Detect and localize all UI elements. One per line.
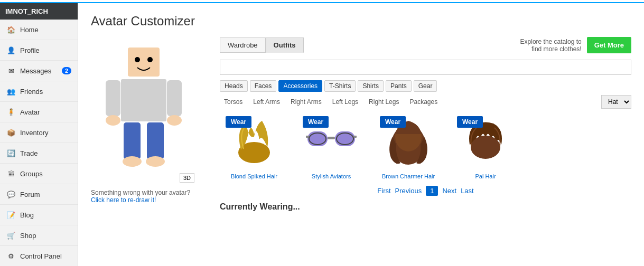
tab-outfits[interactable]: Outfits — [266, 37, 304, 53]
sidebar-item-forum[interactable]: 💬 Forum — [0, 184, 78, 205]
main-layout: IMNOT_RICH 🏠 Home 👤 Profile ✉ Messages 2… — [0, 3, 644, 266]
sub-torsos[interactable]: Torsos — [220, 97, 247, 107]
item-img-brown-charmer: Wear — [377, 113, 440, 171]
svg-rect-8 — [124, 122, 141, 159]
pagination-next[interactable]: Next — [442, 187, 456, 195]
svg-point-7 — [167, 115, 182, 126]
arrows-icon: 🔄 — [6, 148, 16, 158]
item-img-blond-spiked: Wear — [222, 113, 286, 171]
sub-nav: Torsos Left Arms Right Arms Left Legs Ri… — [220, 95, 631, 109]
svg-point-6 — [106, 115, 120, 126]
svg-point-11 — [146, 156, 165, 167]
sub-right-legs[interactable]: Right Legs — [365, 97, 403, 107]
svg-point-22 — [471, 136, 500, 159]
svg-rect-9 — [147, 122, 164, 159]
search-input[interactable] — [220, 60, 631, 75]
svg-rect-5 — [167, 80, 182, 116]
svg-rect-3 — [121, 79, 166, 121]
wear-btn-stylish-aviators[interactable]: Wear — [303, 116, 329, 128]
sidebar-label-inventory: Inventory — [20, 129, 48, 137]
svg-rect-17 — [353, 136, 357, 138]
sidebar-nav: 🏠 Home 👤 Profile ✉ Messages 2 👥 Friends … — [0, 20, 78, 266]
sidebar-item-trade[interactable]: 🔄 Trade — [0, 143, 78, 164]
box-icon: 📦 — [6, 128, 16, 137]
cat-pants[interactable]: Pants — [386, 80, 412, 92]
cat-faces[interactable]: Faces — [250, 80, 277, 92]
sidebar-item-profile[interactable]: 👤 Profile — [0, 40, 78, 61]
svg-rect-13 — [307, 131, 328, 146]
sidebar-label-shop: Shop — [20, 232, 36, 240]
sidebar-label-forum: Forum — [20, 191, 40, 198]
cat-tshirts[interactable]: T-Shirts — [324, 80, 356, 92]
item-stylish-aviators: Wear Stylish Aviators — [297, 113, 366, 179]
sidebar-item-blog[interactable]: 📝 Blog — [0, 205, 78, 225]
pagination: First Previous 1 Next Last — [220, 186, 631, 196]
sidebar-username: IMNOT_RICH — [0, 3, 78, 20]
content-row: 3D Something wrong with your avatar? Cli… — [91, 37, 631, 212]
avatar-note: Something wrong with your avatar? Click … — [91, 189, 207, 204]
wardrobe-panel: Wardrobe Outfits Explore the catalog tof… — [220, 37, 631, 212]
blog-icon: 📝 — [6, 210, 16, 220]
sidebar-label-groups: Groups — [20, 170, 43, 178]
sub-left-legs[interactable]: Left Legs — [328, 97, 362, 107]
sub-right-arms[interactable]: Right Arms — [286, 97, 326, 107]
sidebar-item-groups[interactable]: 🏛 Groups — [0, 164, 78, 184]
category-nav: Heads Faces Accessories T-Shirts Shirts … — [220, 80, 631, 92]
cat-gear[interactable]: Gear — [414, 80, 437, 92]
cart-icon: 🛒 — [6, 231, 16, 240]
sub-left-arms[interactable]: Left Arms — [249, 97, 284, 107]
item-name-stylish-aviators[interactable]: Stylish Aviators — [312, 173, 351, 179]
redraw-link[interactable]: Click here to re-draw it! — [91, 196, 156, 204]
sidebar-item-control-panel[interactable]: ⚙ Control Panel — [0, 246, 78, 266]
page-title: Avatar Customizer — [91, 14, 631, 28]
pagination-last[interactable]: Last — [461, 187, 474, 195]
hat-dropdown[interactable]: Hat — [601, 95, 631, 109]
avatar-panel: 3D Something wrong with your avatar? Cli… — [91, 37, 207, 212]
sidebar-label-home: Home — [20, 26, 39, 34]
sidebar-label-avatar: Avatar — [20, 108, 40, 116]
item-name-blond-spiked[interactable]: Blond Spiked Hair — [231, 173, 277, 179]
sidebar-label-friends: Friends — [20, 88, 43, 96]
cat-accessories[interactable]: Accessories — [278, 80, 322, 92]
sidebar-label-blog: Blog — [20, 211, 34, 219]
sidebar-item-friends[interactable]: 👥 Friends — [0, 81, 78, 102]
item-name-brown-charmer[interactable]: Brown Charmer Hair — [382, 173, 435, 179]
svg-rect-0 — [128, 48, 160, 77]
sidebar-label-profile: Profile — [20, 46, 40, 54]
item-img-pal-hair: Wear — [454, 113, 517, 171]
3d-button[interactable]: 3D — [180, 173, 194, 183]
avatar-svg — [96, 42, 191, 179]
svg-rect-15 — [328, 137, 335, 139]
speech-icon: 💬 — [6, 189, 16, 199]
sidebar-item-messages[interactable]: ✉ Messages 2 — [0, 61, 78, 81]
sidebar: IMNOT_RICH 🏠 Home 👤 Profile ✉ Messages 2… — [0, 3, 78, 266]
svg-point-1 — [135, 57, 140, 62]
sidebar-item-home[interactable]: 🏠 Home — [0, 20, 78, 40]
wardrobe-tabs: Wardrobe Outfits Explore the catalog tof… — [220, 37, 631, 53]
person-icon: 👤 — [6, 45, 16, 55]
item-pal-hair: Wear Pal Hair — [451, 113, 520, 179]
people-icon: 👥 — [6, 87, 16, 96]
pagination-previous[interactable]: Previous — [395, 187, 422, 195]
cat-heads[interactable]: Heads — [220, 80, 248, 92]
wear-btn-pal-hair[interactable]: Wear — [457, 116, 483, 128]
sidebar-item-avatar[interactable]: 🧍 Avatar — [0, 102, 78, 122]
tab-wardrobe[interactable]: Wardrobe — [220, 37, 266, 53]
wear-btn-brown-charmer[interactable]: Wear — [380, 116, 406, 128]
wear-btn-blond-spiked[interactable]: Wear — [226, 116, 251, 128]
sub-packages[interactable]: Packages — [405, 97, 442, 107]
pagination-first[interactable]: First — [377, 187, 390, 195]
item-name-pal-hair[interactable]: Pal Hair — [475, 173, 496, 179]
home-icon: 🏠 — [6, 25, 16, 34]
sidebar-item-inventory[interactable]: 📦 Inventory — [0, 122, 78, 143]
group-icon: 🏛 — [6, 169, 16, 178]
cat-shirts[interactable]: Shirts — [358, 80, 384, 92]
sidebar-item-shop[interactable]: 🛒 Shop — [0, 225, 78, 246]
catalog-text: Explore the catalog tofind more clothes! — [520, 38, 582, 53]
gear-icon: ⚙ — [6, 251, 16, 261]
get-more-button[interactable]: Get More — [587, 37, 631, 53]
svg-rect-4 — [106, 80, 120, 116]
sidebar-label-control-panel: Control Panel — [20, 252, 62, 260]
items-grid: Wear Blond Spiked Hair Wear — [220, 113, 631, 179]
currently-wearing: Currently Wearing... — [220, 202, 631, 212]
